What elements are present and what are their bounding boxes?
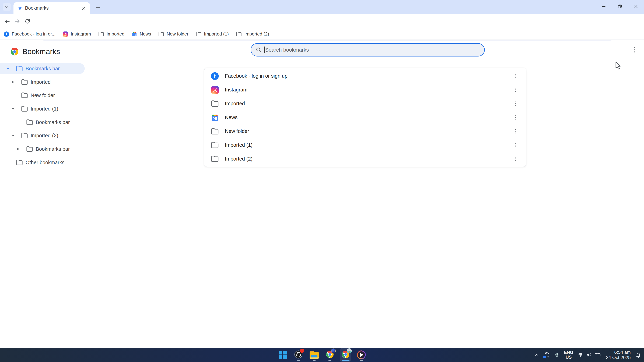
tab-search-button[interactable]: [3, 3, 11, 11]
tray-date: 24 Oct 2025: [606, 355, 631, 360]
sidebar-item-bookmarks-bar[interactable]: Bookmarks bar: [0, 63, 85, 74]
clock[interactable]: 6:54 am 24 Oct 2025: [606, 350, 631, 360]
search-bookmarks-box[interactable]: [250, 43, 485, 56]
tray-time: 6:54 am: [606, 350, 631, 355]
back-button[interactable]: [2, 16, 12, 26]
taskbar-chrome-active[interactable]: [340, 348, 351, 362]
list-item-new-folder[interactable]: New folder: [204, 124, 526, 138]
chrome-logo-icon: [10, 47, 19, 56]
restore-icon: [618, 4, 622, 9]
list-item-news[interactable]: G News: [204, 110, 526, 124]
page-menu-button[interactable]: [630, 45, 638, 54]
folder-icon: [21, 106, 28, 112]
list-item-facebook[interactable]: f Facebook - log in or sign up: [204, 69, 526, 83]
list-item-imported-2[interactable]: Imported (2): [204, 152, 526, 166]
kebab-icon: [634, 47, 635, 52]
list-item-label: New folder: [225, 128, 512, 134]
forward-button[interactable]: [12, 16, 22, 26]
expand-arrow-icon[interactable]: [4, 64, 12, 73]
system-tray: ENG US 6:54 am 24 Oct 2025 z: [534, 348, 641, 362]
wifi-icon: [578, 352, 584, 358]
windows-taskbar: ENG US 6:54 am 24 Oct 2025 z: [0, 348, 644, 362]
tab-close-icon[interactable]: [81, 5, 86, 11]
bookmark-folder-imported-2[interactable]: Imported (2): [236, 31, 269, 37]
folder-icon: [26, 119, 33, 125]
maximize-button[interactable]: [612, 0, 628, 13]
bookmark-folder-imported-1[interactable]: Imported (1): [196, 31, 229, 37]
folder-icon: [26, 146, 33, 152]
notification-bell-icon[interactable]: z: [635, 352, 641, 358]
cat-avatar-badge: [347, 348, 352, 353]
bookmark-news[interactable]: G News: [132, 31, 151, 37]
item-menu-button[interactable]: [512, 113, 519, 122]
bookmark-label: New folder: [166, 31, 188, 37]
taskbar-file-explorer[interactable]: [308, 348, 320, 362]
microphone-icon[interactable]: [554, 352, 559, 358]
item-menu-button[interactable]: [512, 141, 519, 150]
folder-icon: [211, 156, 219, 162]
list-item-imported-1[interactable]: Imported (1): [204, 138, 526, 152]
chevron-down-icon: [4, 5, 9, 9]
bookmark-instagram[interactable]: Instagram: [63, 31, 91, 37]
sidebar-item-bookmarks-bar-child-2[interactable]: Bookmarks bar: [0, 144, 88, 154]
expand-arrow-icon[interactable]: [9, 131, 17, 140]
minimize-button[interactable]: [596, 0, 612, 13]
item-menu-button[interactable]: [512, 154, 519, 163]
bookmark-facebook[interactable]: f Facebook - log in or...: [4, 31, 56, 37]
sidebar-item-imported[interactable]: Imported: [0, 77, 88, 87]
item-menu-button[interactable]: [512, 99, 519, 108]
quick-settings[interactable]: [578, 352, 601, 358]
sidebar-item-label: Imported: [30, 79, 50, 85]
facebook-icon: f: [211, 72, 219, 80]
sidebar-item-new-folder[interactable]: New folder: [0, 90, 88, 101]
sidebar-item-other-bookmarks[interactable]: Other bookmarks: [0, 157, 88, 168]
language-indicator[interactable]: ENG US: [564, 350, 573, 360]
taskbar-media-player[interactable]: [356, 348, 367, 362]
collapse-arrow-icon[interactable]: [9, 78, 17, 86]
bookmark-label: Instagram: [71, 31, 91, 37]
tab-title: Bookmarks: [25, 5, 81, 11]
bookmark-folder-new-folder[interactable]: New folder: [158, 31, 188, 37]
sidebar-item-bookmarks-bar-child[interactable]: Bookmarks bar: [0, 117, 88, 128]
item-menu-button[interactable]: [512, 71, 519, 81]
folder-icon: [21, 79, 28, 85]
chrome-icon: [326, 350, 334, 359]
battery-charging-icon: [595, 353, 601, 357]
new-tab-button[interactable]: [94, 3, 102, 11]
list-item-imported[interactable]: Imported: [204, 97, 526, 110]
facebook-icon: f: [4, 31, 9, 37]
item-menu-button[interactable]: [512, 85, 519, 94]
bookmark-label: Imported: [106, 31, 124, 37]
close-icon: [634, 4, 638, 9]
folder-icon: [236, 32, 242, 36]
google-news-icon: G: [211, 113, 219, 121]
running-indicator: [313, 360, 316, 361]
tray-chevron-up-icon[interactable]: [534, 353, 539, 357]
collapse-arrow-icon[interactable]: [14, 145, 22, 153]
reload-button[interactable]: [22, 16, 32, 26]
bookmark-folder-imported[interactable]: Imported: [98, 31, 124, 37]
taskbar-center: [277, 348, 367, 362]
file-explorer-icon: [310, 351, 319, 359]
sync-icon[interactable]: [544, 352, 550, 358]
back-arrow-icon: [4, 18, 10, 24]
bookmark-label: Imported (1): [204, 31, 229, 37]
item-menu-button[interactable]: [512, 127, 519, 136]
instagram-icon: [63, 31, 68, 37]
kebab-icon: [516, 115, 516, 120]
start-button[interactable]: [277, 348, 288, 362]
tab-bookmarks[interactable]: Bookmarks: [14, 2, 90, 14]
sidebar-item-imported-1[interactable]: Imported (1): [0, 103, 88, 114]
expand-arrow-icon[interactable]: [9, 105, 17, 113]
list-item-instagram[interactable]: Instagram: [204, 83, 526, 97]
kebab-icon: [516, 74, 516, 78]
taskbar-obs-studio[interactable]: [293, 348, 304, 362]
search-input[interactable]: [265, 47, 484, 53]
taskbar-chrome-profile[interactable]: [324, 348, 336, 362]
sidebar-item-imported-2[interactable]: Imported (2): [0, 130, 88, 141]
close-button[interactable]: [628, 0, 644, 13]
instagram-icon: [211, 86, 219, 94]
forward-arrow-icon: [14, 18, 20, 24]
plus-icon: [96, 5, 100, 10]
svg-text:G: G: [133, 33, 134, 35]
